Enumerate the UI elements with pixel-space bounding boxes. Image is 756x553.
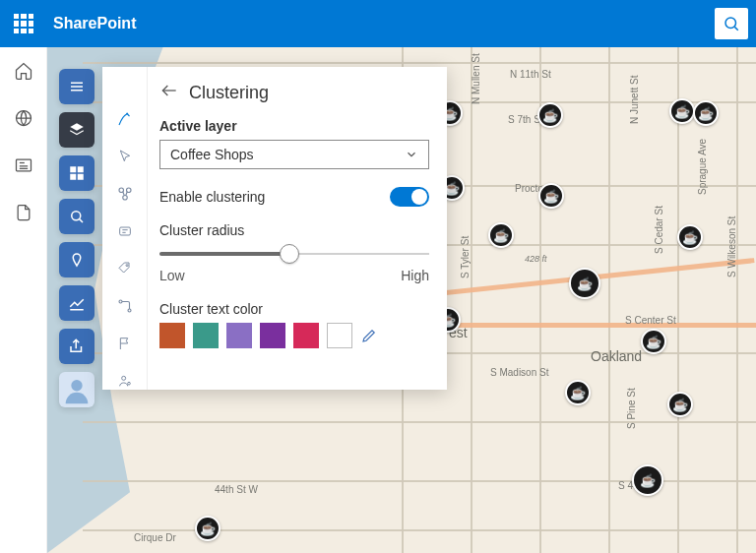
cluster-radius-label: Cluster radius [159,222,429,238]
map-pin[interactable]: ☕ [632,464,663,496]
tag-icon[interactable] [116,260,134,277]
chevron-down-icon [405,148,418,161]
svg-line-22 [125,192,127,196]
svg-point-26 [128,309,131,312]
map-pin[interactable]: ☕ [195,516,220,541]
pointer-icon[interactable] [116,148,134,165]
nav-home[interactable] [14,61,33,85]
svg-point-0 [725,18,736,29]
active-layer-select[interactable]: Coffee Shops [159,140,429,169]
map-pin[interactable]: ☕ [537,102,563,128]
tool-layers[interactable] [59,112,94,148]
map-pin[interactable]: ☕ [677,224,703,250]
color-swatch[interactable] [226,323,252,348]
active-layer-label: Active layer [159,118,429,134]
color-swatch[interactable] [327,323,352,348]
street-label: Cirque Dr [134,532,176,543]
street-label: N 11th St [510,69,551,80]
svg-line-21 [122,192,124,196]
cluster-text-color-label: Cluster text color [159,301,429,317]
active-layer-value: Coffee Shops [170,147,254,162]
pencil-icon [360,327,378,344]
app-launcher-icon[interactable] [8,8,39,39]
color-swatches [159,323,429,348]
svg-rect-12 [70,174,76,180]
map-canvas[interactable]: N 11th St S 7th St Proctor St S Madison … [47,47,756,553]
svg-point-27 [121,376,125,380]
slider-high-label: High [401,268,429,283]
street-label: S Center St [625,315,676,326]
map-pin[interactable]: ☕ [569,268,600,299]
map-pin[interactable]: ☕ [669,98,695,124]
arrow-left-icon [159,81,179,100]
svg-point-24 [126,265,128,267]
back-button[interactable] [159,81,179,104]
panel-tool-strip [102,67,148,390]
search-button[interactable] [715,8,748,39]
tool-menu[interactable] [59,69,94,104]
map-pin[interactable]: ☕ [565,380,591,405]
panel-title: Clustering [189,83,269,103]
style-draw-icon[interactable] [116,110,134,128]
nav-global[interactable] [14,108,33,132]
street-label: S Madison St [490,367,548,378]
nav-files[interactable] [14,203,33,226]
svg-point-17 [71,380,82,391]
color-swatch[interactable] [293,323,319,348]
left-nav [0,47,47,553]
app-header: SharePoint [0,0,756,47]
color-swatch[interactable] [260,323,285,348]
svg-line-15 [80,219,83,222]
tool-analytics[interactable] [59,285,94,321]
clustering-panel: Clustering Active layer Coffee Shops Ena… [102,67,447,390]
color-swatch[interactable] [159,323,185,348]
street-label: 44th St W [215,484,258,495]
tool-basemap[interactable] [59,155,94,191]
svg-rect-13 [78,174,84,180]
street-label: S Pine St [626,388,637,429]
custom-color-button[interactable] [360,327,378,344]
street-label: Sprague Ave [697,139,708,195]
label-icon[interactable] [116,222,134,240]
svg-line-1 [734,27,737,30]
tool-account[interactable] [59,372,94,407]
street-label: S Tyler St [460,236,471,278]
street-label: S Cedar St [654,206,664,254]
distance-label: 428 ft [525,254,547,264]
flag-icon[interactable] [116,335,134,352]
street-label: S Wilkeson St [726,216,737,277]
color-swatch[interactable] [193,323,219,348]
slider-low-label: Low [159,268,185,283]
route-icon[interactable] [116,297,134,315]
svg-point-20 [122,196,127,201]
map-pin[interactable]: ☕ [488,222,514,248]
brand-title: SharePoint [53,15,136,32]
svg-rect-23 [119,227,130,235]
street-label: N Junett St [629,76,640,124]
tool-filter[interactable] [59,242,94,277]
map-toolbar [59,69,94,407]
map-pin[interactable]: ☕ [538,183,564,209]
cluster-radius-slider[interactable] [159,244,429,264]
map-pin[interactable]: ☕ [693,100,719,126]
svg-point-28 [127,382,130,385]
svg-rect-11 [78,166,84,172]
tool-share[interactable] [59,329,94,364]
map-pin[interactable]: ☕ [641,329,666,354]
svg-point-14 [72,212,81,220]
map-pin[interactable]: ☕ [667,392,693,417]
nav-news[interactable] [14,155,33,179]
enable-clustering-toggle[interactable] [390,187,429,207]
person-pin-icon[interactable] [116,372,134,390]
search-icon [723,15,740,32]
tool-search[interactable] [59,199,94,234]
svg-point-25 [119,300,122,303]
enable-clustering-label: Enable clustering [159,189,265,205]
place-label: Oakland [591,348,642,364]
cluster-icon[interactable] [116,185,134,203]
svg-rect-3 [16,159,31,171]
street-label: N Mullen St [471,53,481,104]
svg-rect-10 [70,166,76,172]
